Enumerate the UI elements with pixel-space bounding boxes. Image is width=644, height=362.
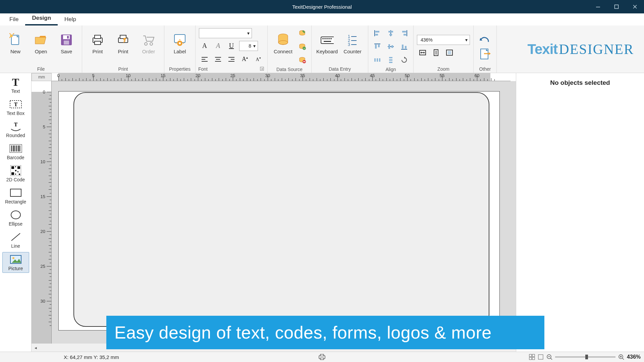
ribbon-group-font: ▾ A A U 8 ▾ A▴ A▾ xyxy=(196,25,268,73)
svg-rect-62 xyxy=(375,34,378,36)
line-icon xyxy=(9,231,22,243)
bold-button[interactable]: A xyxy=(199,40,210,52)
ribbon-group-properties: Label Properties xyxy=(164,25,196,73)
align-right-obj-button[interactable] xyxy=(398,27,410,39)
svg-rect-115 xyxy=(19,174,20,175)
tool-barcode[interactable]: Barcode xyxy=(2,141,29,162)
font-size-combo[interactable]: 8 ▾ xyxy=(239,41,258,51)
tool-ellipse[interactable]: Ellipse xyxy=(2,208,29,228)
cart-icon xyxy=(142,33,155,47)
align-top-button[interactable] xyxy=(372,41,383,52)
svg-rect-15 xyxy=(95,35,101,39)
align-middle-button[interactable] xyxy=(385,41,396,52)
menu-file[interactable]: File xyxy=(3,14,25,25)
view-single-icon[interactable] xyxy=(538,354,544,360)
menu-help[interactable]: Help xyxy=(58,14,83,25)
view-grid-icon[interactable] xyxy=(529,354,535,360)
open-button[interactable]: Open xyxy=(29,31,53,63)
svg-rect-50 xyxy=(326,38,328,39)
zoom-in-icon[interactable] xyxy=(618,354,624,360)
align-center-button[interactable] xyxy=(212,54,224,65)
tool-2dcode[interactable]: 2D Code xyxy=(2,164,29,184)
zoom-combo[interactable]: 436% ▾ xyxy=(417,35,470,45)
align-bottom-button[interactable] xyxy=(398,41,410,52)
font-family-combo[interactable]: ▾ xyxy=(199,28,252,38)
minimize-button[interactable] xyxy=(589,0,607,13)
title-bar: TexitDesigner Professional xyxy=(0,0,644,13)
shrink-font-button[interactable]: A▾ xyxy=(253,54,264,65)
export-button[interactable] xyxy=(477,47,493,61)
undo-button[interactable] xyxy=(477,33,493,46)
svg-rect-125 xyxy=(320,354,324,356)
order-button[interactable]: Order xyxy=(137,31,161,63)
maximize-button[interactable] xyxy=(607,0,626,13)
close-button[interactable] xyxy=(626,0,644,13)
zoom-out-icon[interactable] xyxy=(546,354,552,360)
ds-edit-button[interactable] xyxy=(297,27,308,39)
svg-rect-128 xyxy=(532,354,535,357)
tool-rectangle[interactable]: Rectangle xyxy=(2,186,29,206)
svg-line-134 xyxy=(550,358,552,360)
tool-line[interactable]: Line xyxy=(2,230,29,250)
toolbox: TText TText Box TRounded Barcode 2D Code… xyxy=(0,73,32,352)
zoom-fit-width-button[interactable] xyxy=(417,47,428,58)
tool-rounded[interactable]: TRounded xyxy=(2,119,29,139)
svg-point-24 xyxy=(179,42,181,44)
svg-rect-106 xyxy=(17,145,18,152)
connect-button[interactable]: Connect xyxy=(271,31,295,63)
svg-rect-83 xyxy=(389,62,392,63)
dialog-launcher-icon[interactable] xyxy=(260,67,265,71)
ds-refresh-button[interactable] xyxy=(297,41,308,52)
counter-button[interactable]: 123 Counter xyxy=(340,31,365,63)
new-button[interactable]: New xyxy=(3,31,28,63)
align-left-obj-button[interactable] xyxy=(372,27,383,39)
svg-text:T: T xyxy=(14,122,17,127)
align-center-obj-button[interactable] xyxy=(385,27,396,39)
svg-rect-70 xyxy=(375,45,377,49)
ds-remove-button[interactable] xyxy=(297,54,308,66)
svg-rect-105 xyxy=(16,145,17,152)
svg-rect-103 xyxy=(13,145,14,152)
chevron-down-icon: ▾ xyxy=(253,43,256,49)
scroll-left-icon[interactable]: ◂ xyxy=(32,344,40,352)
tool-picture[interactable]: Picture xyxy=(2,252,29,273)
order-label: Order xyxy=(142,49,155,54)
align-left-button[interactable] xyxy=(199,54,210,65)
zoom-fit-height-button[interactable] xyxy=(430,47,442,58)
ribbon-group-file: New Open Save File xyxy=(0,25,82,73)
save-button[interactable]: Save xyxy=(54,31,78,63)
font-size-value: 8 xyxy=(249,43,251,49)
keyboard-button[interactable]: Keyboard xyxy=(315,31,339,63)
svg-rect-102 xyxy=(12,145,13,152)
underline-button[interactable]: U xyxy=(226,40,237,52)
database-icon xyxy=(276,33,290,47)
barcode-icon xyxy=(9,143,22,154)
zoom-slider[interactable] xyxy=(555,356,615,358)
ribbon-group-other: Other xyxy=(474,25,497,73)
quick-print-button[interactable]: Print xyxy=(111,31,135,63)
zoom-fit-page-button[interactable] xyxy=(444,47,455,58)
distribute-h-button[interactable] xyxy=(372,54,383,66)
status-zoom-value: 436% xyxy=(627,354,641,360)
menu-design[interactable]: Design xyxy=(25,13,58,25)
label-props-button[interactable]: Label xyxy=(168,31,192,63)
label-props-label: Label xyxy=(174,49,186,54)
tool-text[interactable]: TText xyxy=(2,75,29,95)
distribute-v-button[interactable] xyxy=(385,54,396,66)
text-icon: T xyxy=(9,76,22,88)
svg-rect-71 xyxy=(378,45,380,47)
canvas[interactable] xyxy=(52,81,516,344)
italic-button[interactable]: A xyxy=(212,40,224,52)
svg-point-9 xyxy=(10,35,13,37)
status-bar: X: 64,27 mm Y: 35,2 mm 436% xyxy=(0,352,644,362)
rotate-button[interactable] xyxy=(398,54,410,66)
align-right-button[interactable] xyxy=(226,54,237,65)
grow-font-button[interactable]: A▴ xyxy=(239,54,251,65)
tool-textbox[interactable]: TText Box xyxy=(2,97,29,117)
svg-line-8 xyxy=(13,33,14,35)
svg-rect-101 xyxy=(11,145,12,152)
svg-rect-80 xyxy=(379,58,380,62)
print-button[interactable]: Print xyxy=(86,31,110,63)
status-print-icon[interactable] xyxy=(318,354,326,360)
svg-marker-87 xyxy=(420,52,422,54)
